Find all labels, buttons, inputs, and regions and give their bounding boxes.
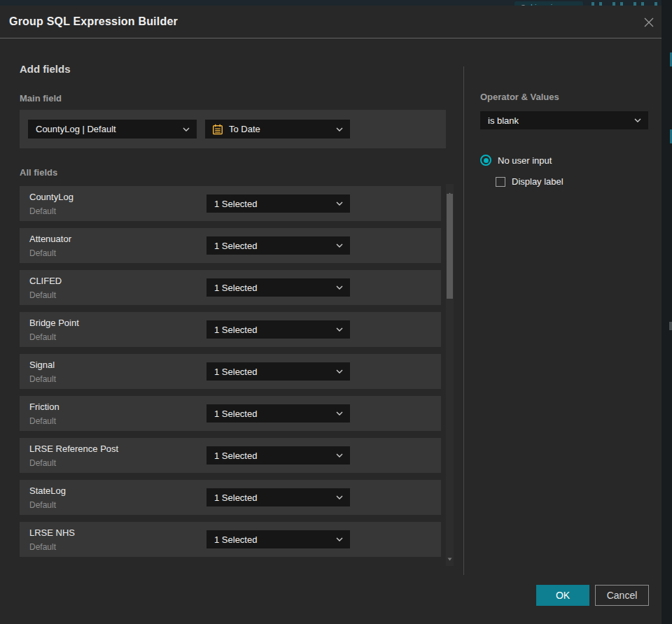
main-field-type-dropdown[interactable]: To Date bbox=[205, 120, 350, 139]
chevron-down-icon bbox=[336, 453, 343, 458]
field-row: CountyLog Default 1 Selected bbox=[20, 186, 441, 221]
field-selection-value: 1 Selected bbox=[214, 367, 336, 377]
cancel-button[interactable]: Cancel bbox=[595, 585, 649, 606]
chevron-down-icon bbox=[336, 243, 343, 248]
field-subtitle: Default bbox=[29, 206, 56, 216]
field-row: LRSE Reference Post Default 1 Selected bbox=[20, 438, 441, 473]
field-selection-dropdown[interactable]: 1 Selected bbox=[206, 236, 350, 255]
dialog-title: Group SQL Expression Builder bbox=[9, 15, 178, 28]
field-name: CLIFED bbox=[29, 276, 62, 286]
field-selection-value: 1 Selected bbox=[214, 409, 336, 419]
field-row: StateLog Default 1 Selected bbox=[20, 480, 441, 515]
main-field-label: Main field bbox=[20, 93, 62, 104]
field-name: LRSE NHS bbox=[29, 527, 75, 538]
all-fields-list: CountyLog Default 1 Selected Attenuator … bbox=[20, 186, 441, 564]
field-row: Friction Default 1 Selected bbox=[20, 396, 441, 431]
operator-dropdown[interactable]: is blank bbox=[480, 111, 648, 129]
field-subtitle: Default bbox=[29, 374, 56, 384]
field-selection-value: 1 Selected bbox=[214, 283, 336, 293]
field-selection-dropdown[interactable]: 1 Selected bbox=[206, 488, 350, 506]
field-selection-dropdown[interactable]: 1 Selected bbox=[206, 194, 350, 213]
field-selection-dropdown[interactable]: 1 Selected bbox=[206, 278, 350, 297]
field-name: Bridge Point bbox=[29, 318, 79, 328]
main-field-panel: CountyLog | Default To Date bbox=[20, 110, 446, 148]
field-selection-value: 1 Selected bbox=[214, 451, 336, 461]
field-name: Attenuator bbox=[29, 234, 71, 244]
background-app-top-strip: Live view bbox=[0, 0, 672, 6]
field-subtitle: Default bbox=[29, 542, 56, 552]
scroll-down-icon[interactable] bbox=[447, 551, 452, 564]
chevron-down-icon bbox=[336, 127, 343, 132]
field-name: Friction bbox=[29, 402, 59, 412]
field-row: Bridge Point Default 1 Selected bbox=[20, 312, 441, 347]
close-icon[interactable] bbox=[641, 15, 657, 30]
field-row: Attenuator Default 1 Selected bbox=[20, 228, 441, 263]
display-label-text: Display label bbox=[512, 176, 564, 187]
field-selection-dropdown[interactable]: 1 Selected bbox=[206, 404, 350, 423]
field-name: CountyLog bbox=[29, 192, 74, 202]
all-fields-scrollbar[interactable] bbox=[446, 184, 454, 566]
field-subtitle: Default bbox=[29, 248, 56, 258]
checkbox-unchecked-icon bbox=[496, 177, 505, 187]
chevron-down-icon bbox=[336, 537, 343, 541]
field-subtitle: Default bbox=[29, 416, 56, 426]
ok-button[interactable]: OK bbox=[536, 585, 589, 606]
field-selection-dropdown[interactable]: 1 Selected bbox=[206, 530, 350, 548]
field-selection-value: 1 Selected bbox=[214, 325, 336, 335]
chevron-down-icon bbox=[336, 411, 343, 416]
field-selection-value: 1 Selected bbox=[214, 241, 336, 251]
field-selection-dropdown[interactable]: 1 Selected bbox=[206, 362, 350, 381]
calendar-icon bbox=[212, 124, 223, 135]
field-name: Signal bbox=[29, 360, 55, 370]
operator-values-heading: Operator & Values bbox=[480, 92, 559, 102]
add-fields-heading: Add fields bbox=[20, 63, 71, 75]
background-app-right-strip bbox=[662, 0, 672, 624]
field-selection-value: 1 Selected bbox=[214, 199, 336, 209]
field-row: Signal Default 1 Selected bbox=[20, 354, 441, 389]
field-selection-value: 1 Selected bbox=[214, 534, 336, 545]
no-user-input-radio[interactable]: No user input bbox=[480, 155, 552, 166]
dialog-titlebar: Group SQL Expression Builder bbox=[0, 6, 662, 38]
field-row: LRSE NHS Default 1 Selected bbox=[20, 522, 441, 557]
chevron-down-icon bbox=[336, 495, 343, 499]
field-subtitle: Default bbox=[29, 500, 56, 510]
operator-value: is blank bbox=[488, 115, 634, 126]
display-label-checkbox[interactable]: Display label bbox=[496, 176, 564, 187]
chevron-down-icon bbox=[336, 201, 343, 206]
chevron-down-icon bbox=[183, 127, 190, 132]
all-fields-label: All fields bbox=[20, 167, 57, 178]
field-name: LRSE Reference Post bbox=[29, 444, 118, 454]
field-subtitle: Default bbox=[29, 458, 56, 468]
field-name: StateLog bbox=[29, 485, 66, 496]
group-sql-expression-builder-dialog: Group SQL Expression Builder Add fields … bbox=[0, 6, 662, 624]
field-row: CLIFED Default 1 Selected bbox=[20, 270, 441, 305]
chevron-down-icon bbox=[336, 327, 343, 332]
background-element-edge bbox=[669, 322, 672, 330]
field-subtitle: Default bbox=[29, 290, 56, 300]
vertical-divider bbox=[463, 66, 464, 575]
field-selection-value: 1 Selected bbox=[214, 492, 336, 503]
field-subtitle: Default bbox=[29, 332, 56, 342]
chevron-down-icon bbox=[336, 369, 343, 374]
chevron-down-icon bbox=[634, 118, 641, 122]
main-field-dropdown[interactable]: CountyLog | Default bbox=[28, 120, 197, 139]
no-user-input-label: No user input bbox=[498, 155, 552, 166]
field-selection-dropdown[interactable]: 1 Selected bbox=[206, 320, 350, 339]
main-field-type-value: To Date bbox=[229, 124, 336, 134]
chevron-down-icon bbox=[336, 285, 343, 290]
field-selection-dropdown[interactable]: 1 Selected bbox=[206, 446, 350, 465]
main-field-dropdown-value: CountyLog | Default bbox=[36, 124, 183, 134]
radio-selected-icon bbox=[480, 155, 491, 166]
scrollbar-thumb[interactable] bbox=[447, 194, 453, 299]
